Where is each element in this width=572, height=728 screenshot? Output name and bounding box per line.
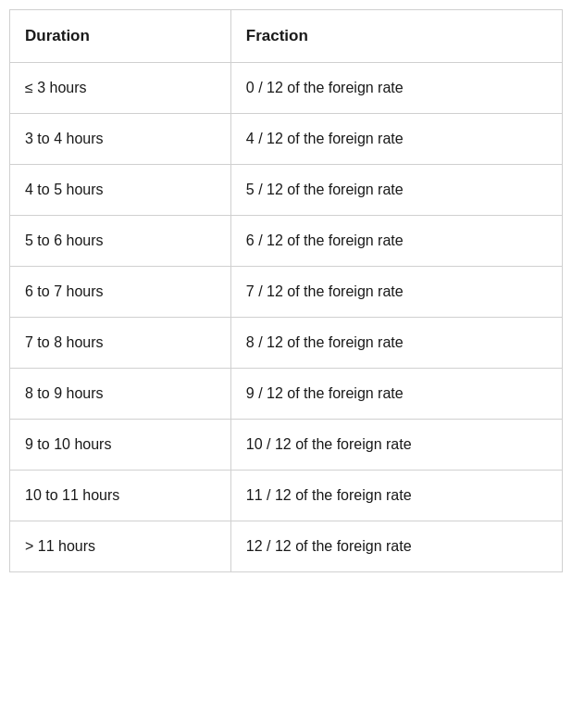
table-row: > 11 hours12 / 12 of the foreign rate xyxy=(10,521,563,572)
table-row: 9 to 10 hours10 / 12 of the foreign rate xyxy=(10,420,563,471)
cell-fraction: 11 / 12 of the foreign rate xyxy=(230,471,562,521)
cell-duration: 10 to 11 hours xyxy=(10,471,231,521)
table-row: 3 to 4 hours4 / 12 of the foreign rate xyxy=(10,114,563,165)
cell-fraction: 12 / 12 of the foreign rate xyxy=(230,521,562,572)
cell-duration: 7 to 8 hours xyxy=(10,318,231,369)
cell-fraction: 6 / 12 of the foreign rate xyxy=(230,216,562,267)
header-fraction: Fraction xyxy=(230,10,562,63)
cell-duration: 3 to 4 hours xyxy=(10,114,231,165)
cell-duration: > 11 hours xyxy=(10,521,231,572)
cell-fraction: 0 / 12 of the foreign rate xyxy=(230,63,562,114)
table-row: 4 to 5 hours5 / 12 of the foreign rate xyxy=(10,165,563,216)
table-row: ≤ 3 hours0 / 12 of the foreign rate xyxy=(10,63,563,114)
cell-fraction: 8 / 12 of the foreign rate xyxy=(230,318,562,369)
cell-fraction: 10 / 12 of the foreign rate xyxy=(230,420,562,471)
duration-fraction-table: Duration Fraction ≤ 3 hours0 / 12 of the… xyxy=(9,9,563,572)
cell-duration: 9 to 10 hours xyxy=(10,420,231,471)
table-row: 10 to 11 hours11 / 12 of the foreign rat… xyxy=(10,471,563,521)
cell-fraction: 4 / 12 of the foreign rate xyxy=(230,114,562,165)
cell-duration: 5 to 6 hours xyxy=(10,216,231,267)
header-duration: Duration xyxy=(10,10,231,63)
cell-fraction: 5 / 12 of the foreign rate xyxy=(230,165,562,216)
cell-fraction: 7 / 12 of the foreign rate xyxy=(230,267,562,318)
cell-duration: 4 to 5 hours xyxy=(10,165,231,216)
cell-duration: 8 to 9 hours xyxy=(10,369,231,420)
cell-fraction: 9 / 12 of the foreign rate xyxy=(230,369,562,420)
table-header-row: Duration Fraction xyxy=(10,10,563,63)
cell-duration: ≤ 3 hours xyxy=(10,63,231,114)
cell-duration: 6 to 7 hours xyxy=(10,267,231,318)
table-row: 8 to 9 hours9 / 12 of the foreign rate xyxy=(10,369,563,420)
table-row: 7 to 8 hours8 / 12 of the foreign rate xyxy=(10,318,563,369)
table-row: 6 to 7 hours7 / 12 of the foreign rate xyxy=(10,267,563,318)
table-row: 5 to 6 hours6 / 12 of the foreign rate xyxy=(10,216,563,267)
